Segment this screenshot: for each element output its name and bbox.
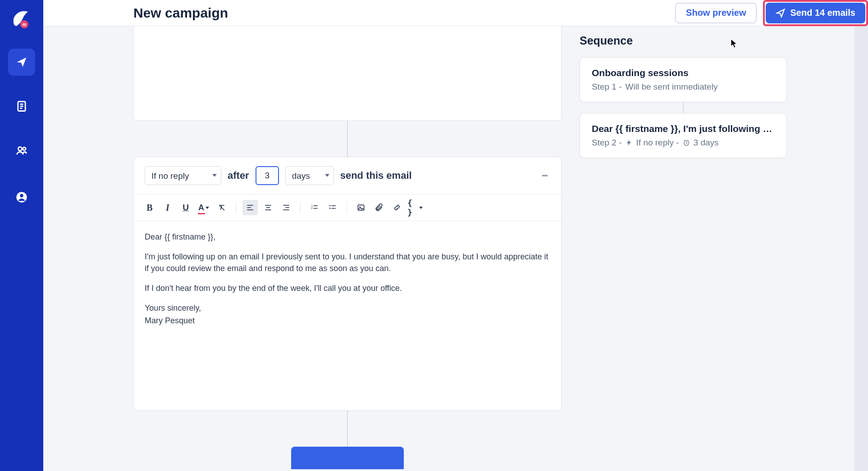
- align-left-button[interactable]: [242, 200, 258, 215]
- align-center-button[interactable]: [260, 200, 276, 215]
- svg-point-9: [20, 194, 23, 197]
- unit-select[interactable]: days: [285, 166, 334, 185]
- svg-point-24: [329, 205, 331, 207]
- svg-text:m: m: [23, 22, 27, 27]
- show-preview-button[interactable]: Show preview: [675, 3, 757, 23]
- sequence-step-title: Dear {{ firstname }}, I'm just following…: [592, 123, 775, 134]
- toolbar-separator: [347, 202, 347, 213]
- nav-document-icon[interactable]: [8, 93, 35, 120]
- toolbar-separator: [236, 202, 236, 213]
- send-highlight: Send 14 emails: [763, 0, 868, 26]
- body-line: Yours sincerely,: [145, 302, 550, 314]
- sequence-step-sub: Step 2 - If no reply - 3 days: [592, 138, 775, 148]
- scrollbar-gutter[interactable]: [854, 26, 868, 471]
- add-step-button[interactable]: [291, 447, 404, 469]
- condition-row: If no reply after days send this email: [134, 157, 561, 195]
- underline-button[interactable]: U: [178, 200, 193, 215]
- clock-icon: [683, 139, 690, 146]
- action-label: send this email: [340, 170, 412, 181]
- svg-text:2: 2: [311, 207, 313, 209]
- toolbar-separator: [300, 202, 301, 213]
- bold-button[interactable]: B: [142, 200, 157, 215]
- sequence-step-sub: Step 1 - Will be sent immediately: [592, 82, 775, 92]
- sequence-step-card[interactable]: Onboarding sessions Step 1 - Will be sen…: [580, 57, 787, 102]
- email-step-card: If no reply after days send this email B: [133, 157, 562, 411]
- sequence-step-title: Onboarding sessions: [592, 68, 775, 78]
- nav-account-icon[interactable]: [8, 184, 35, 211]
- trigger-select[interactable]: If no reply: [145, 166, 221, 185]
- email-body-editor[interactable]: Dear {{ firstname }}, I'm just following…: [134, 221, 561, 410]
- editor-column: If no reply after days send this email B: [133, 26, 562, 469]
- clear-format-button[interactable]: [214, 200, 229, 215]
- delay-input[interactable]: [256, 166, 279, 185]
- left-nav: m: [0, 0, 43, 471]
- send-emails-button[interactable]: Send 14 emails: [766, 3, 865, 23]
- app-logo: m: [10, 8, 33, 32]
- send-emails-label: Send 14 emails: [790, 8, 855, 18]
- link-button[interactable]: [389, 200, 405, 215]
- sequence-connector: [683, 102, 684, 113]
- editor-toolbar: B I U A 12: [134, 195, 561, 221]
- step-menu-button[interactable]: [539, 169, 551, 182]
- send-icon: [776, 8, 786, 18]
- ordered-list-button[interactable]: 12: [307, 200, 322, 215]
- variables-button[interactable]: { }: [407, 200, 423, 215]
- after-label: after: [228, 170, 249, 181]
- nav-send-icon[interactable]: [8, 49, 35, 76]
- body-line: Mary Pesquet: [145, 315, 550, 326]
- sequence-step-card[interactable]: Dear {{ firstname }}, I'm just following…: [580, 113, 787, 158]
- image-button[interactable]: [353, 200, 369, 215]
- body-line: Dear {{ firstname }},: [145, 231, 550, 243]
- body-line: If I don't hear from you by the end of t…: [145, 282, 550, 294]
- sequence-heading: Sequence: [580, 34, 787, 47]
- content-column: New campaign Show preview Send 14 emails…: [43, 0, 868, 471]
- svg-point-6: [18, 147, 22, 150]
- top-bar: New campaign Show preview Send 14 emails: [43, 0, 868, 26]
- unordered-list-button[interactable]: [325, 200, 340, 215]
- svg-point-7: [23, 147, 26, 150]
- text-color-button[interactable]: A: [196, 200, 211, 215]
- previous-step-card[interactable]: [133, 26, 562, 121]
- step-connector: [347, 121, 348, 157]
- attachment-button[interactable]: [371, 200, 387, 215]
- svg-point-25: [329, 208, 331, 209]
- bolt-icon: [626, 139, 633, 146]
- main-area: If no reply after days send this email B: [43, 26, 868, 471]
- italic-button[interactable]: I: [160, 200, 175, 215]
- step-connector: [347, 411, 348, 447]
- body-line: I'm just following up on an email I prev…: [145, 251, 550, 274]
- nav-people-icon[interactable]: [8, 137, 35, 164]
- align-right-button[interactable]: [279, 200, 294, 215]
- sequence-panel: Sequence Onboarding sessions Step 1 - Wi…: [580, 34, 787, 158]
- page-title: New campaign: [133, 5, 228, 21]
